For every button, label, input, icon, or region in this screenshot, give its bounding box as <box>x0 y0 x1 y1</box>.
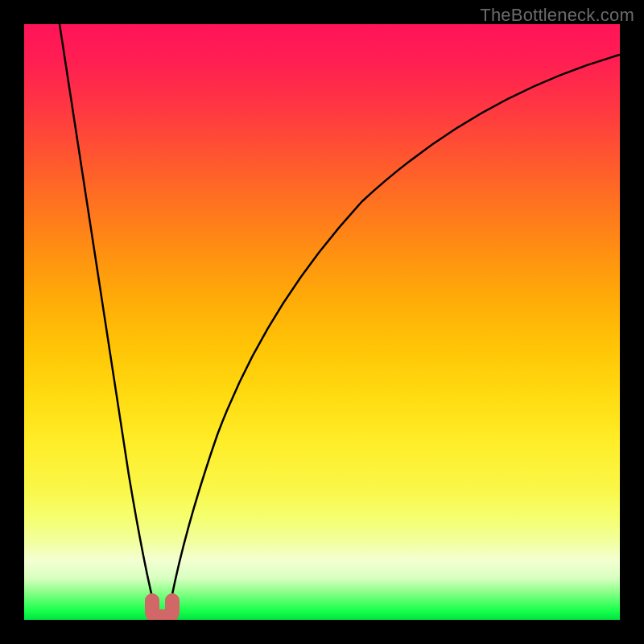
min-marker <box>152 601 172 617</box>
plot-svg <box>24 24 620 620</box>
plot-area <box>24 24 620 620</box>
watermark-text: TheBottleneck.com <box>480 5 634 26</box>
curve-right <box>167 55 620 620</box>
curve-left <box>60 24 158 620</box>
chart-frame: TheBottleneck.com <box>0 0 644 644</box>
